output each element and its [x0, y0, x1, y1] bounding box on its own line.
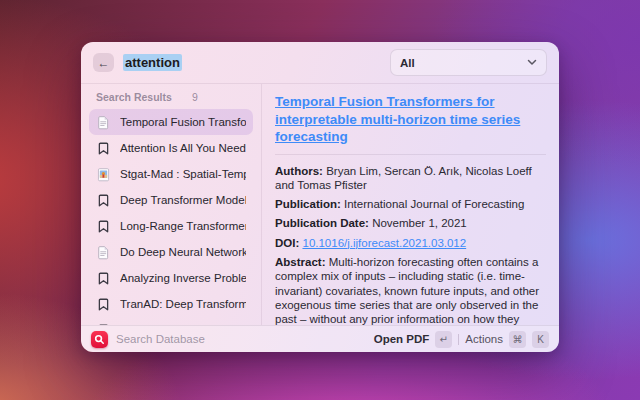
list-item[interactable]: Temporal Fusion Transformers f...	[89, 109, 253, 135]
list-item-label: Attention Is All You Need	[120, 142, 246, 154]
paper-title-link[interactable]: Temporal Fusion Transformers for interpr…	[275, 93, 546, 146]
section-title: Search Results	[96, 91, 172, 103]
filter-selected-value: All	[400, 57, 415, 69]
footer-bar: Search Database Open PDF ↵ Actions ⌘ K	[81, 325, 559, 352]
list-item[interactable]: Do Deep Neural Networks Contr...	[89, 239, 253, 265]
publication-date-value: November 1, 2021	[372, 217, 467, 229]
footer-actions: Open PDF ↵ Actions ⌘ K	[374, 331, 549, 348]
image-icon	[96, 167, 111, 182]
list-item-label: TranAD: Deep Transformer Net...	[120, 298, 246, 310]
list-item[interactable]: Deep Transformer Models for Ti...	[89, 187, 253, 213]
authors-label: Authors:	[275, 165, 323, 177]
list-item[interactable]: Stgat-Mad : Spatial-Temporal Gr...	[89, 161, 253, 187]
list-item[interactable]: Informer: Beyond Efficient Trans...	[89, 317, 253, 325]
doi-link[interactable]: 10.1016/j.ijforecast.2021.03.012	[302, 237, 466, 249]
launcher-window: ← attention All Search Results 9	[81, 42, 559, 352]
authors-field: Authors: Bryan Lim, Sercan Ö. Arık, Nico…	[275, 164, 546, 193]
list-item-label: Deep Transformer Models for Ti...	[120, 194, 246, 206]
doi-field: DOI: 10.1016/j.ijforecast.2021.03.012	[275, 236, 546, 250]
detail-pane: Temporal Fusion Transformers for interpr…	[262, 84, 559, 325]
publication-value: International Journal of Forecasting	[344, 198, 524, 210]
back-arrow-icon: ←	[98, 57, 110, 69]
list-item[interactable]: Analyzing Inverse Problems with...	[89, 265, 253, 291]
doi-label: DOI:	[275, 237, 299, 249]
search-input[interactable]: attention	[123, 55, 182, 70]
search-query-text: attention	[123, 54, 182, 71]
chevron-down-icon	[527, 59, 537, 66]
cmd-key-badge[interactable]: ⌘	[509, 331, 526, 348]
enter-key-badge[interactable]: ↵	[435, 331, 452, 348]
list-item-label: Analyzing Inverse Problems with...	[120, 272, 246, 284]
bookmark-icon	[96, 271, 111, 286]
bookmark-icon	[96, 297, 111, 312]
k-key-badge[interactable]: K	[532, 331, 549, 348]
content-area: Search Results 9 Temporal Fusion Transfo…	[81, 84, 559, 325]
filter-dropdown[interactable]: All	[390, 49, 547, 76]
bookmark-icon	[96, 141, 111, 156]
abstract-label: Abstract:	[275, 256, 325, 268]
divider	[458, 334, 459, 345]
desktop-background: ← attention All Search Results 9	[0, 0, 640, 400]
header-bar: ← attention All	[81, 42, 559, 84]
list-item-label: Temporal Fusion Transformers f...	[120, 116, 246, 128]
publication-field: Publication: International Journal of Fo…	[275, 197, 546, 211]
publication-date-field: Publication Date: November 1, 2021	[275, 216, 546, 230]
list-item[interactable]: TranAD: Deep Transformer Net...	[89, 291, 253, 317]
list-item[interactable]: Long-Range Transformers for D...	[89, 213, 253, 239]
document-icon	[96, 245, 111, 260]
publication-label: Publication:	[275, 198, 341, 210]
document-icon	[96, 115, 111, 130]
footer-search-input[interactable]: Search Database	[116, 333, 366, 345]
list-item-label: Stgat-Mad : Spatial-Temporal Gr...	[120, 168, 246, 180]
section-header: Search Results 9	[89, 91, 253, 109]
result-count: 9	[192, 91, 198, 103]
back-button[interactable]: ←	[93, 53, 114, 72]
publication-date-label: Publication Date:	[275, 217, 369, 229]
results-list: Search Results 9 Temporal Fusion Transfo…	[81, 84, 262, 325]
divider	[275, 154, 546, 155]
open-pdf-button[interactable]: Open PDF	[374, 333, 430, 345]
actions-button[interactable]: Actions	[465, 333, 503, 345]
magnifier-icon	[93, 333, 106, 346]
bookmark-icon	[96, 219, 111, 234]
abstract-field: Abstract: Multi-horizon forecasting ofte…	[275, 255, 546, 325]
search-database-app-icon	[91, 331, 108, 348]
bookmark-icon	[96, 193, 111, 208]
list-item-label: Do Deep Neural Networks Contr...	[120, 246, 246, 258]
list-item[interactable]: Attention Is All You Need	[89, 135, 253, 161]
list-item-label: Long-Range Transformers for D...	[120, 220, 246, 232]
